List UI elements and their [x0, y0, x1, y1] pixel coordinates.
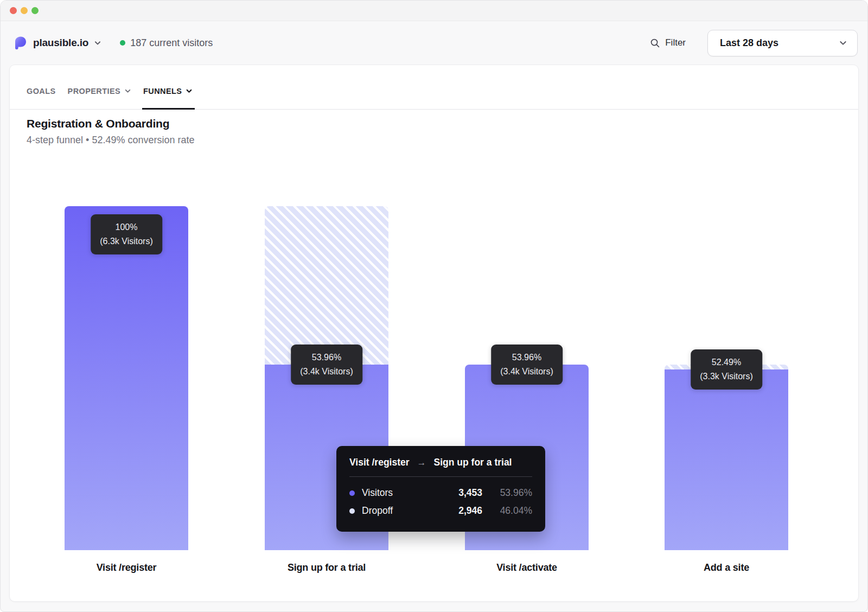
date-range-value: Last 28 days [720, 37, 778, 49]
plausible-logo-icon [14, 36, 28, 50]
dropoff-dot-icon [349, 508, 355, 514]
tab-label: FUNNELS [143, 87, 182, 95]
funnel-bar-add-site[interactable]: 52.49% (3.3k Visitors) Add a site [665, 206, 788, 550]
step-label: Visit /activate [465, 562, 589, 573]
bar-badge: 53.96% (3.4k Visitors) [491, 345, 563, 385]
tooltip-row-value: 2,946 [439, 505, 482, 517]
breakdown-tabs: GOALS PROPERTIES FUNNELS [10, 65, 858, 110]
app-header: plausible.io 187 current visitors Filter… [1, 21, 867, 65]
tooltip-row-value: 3,453 [439, 487, 482, 499]
bar-gradient [65, 206, 188, 550]
filter-label: Filter [665, 37, 686, 48]
tooltip-row-label: Dropoff [362, 505, 439, 517]
visitors-dot-icon [349, 490, 355, 496]
live-visitors-dot-icon [120, 40, 125, 46]
traffic-light-minimize[interactable] [21, 7, 28, 14]
badge-visitors: (3.4k Visitors) [500, 365, 553, 379]
current-visitors[interactable]: 187 current visitors [120, 37, 213, 49]
chevron-down-icon [186, 87, 193, 94]
step-label: Add a site [665, 562, 788, 573]
dashboard-card: GOALS PROPERTIES FUNNELS Registration & … [9, 65, 859, 602]
tooltip-to-step: Sign up for a trial [434, 457, 512, 468]
search-icon [650, 38, 660, 48]
site-switcher[interactable]: plausible.io [14, 36, 101, 50]
badge-visitors: (6.3k Visitors) [100, 234, 153, 248]
tab-goals[interactable]: GOALS [27, 73, 56, 109]
tab-properties[interactable]: PROPERTIES [68, 73, 131, 109]
tooltip-divider [349, 476, 532, 477]
bar-gradient [665, 369, 788, 550]
chevron-down-icon [839, 39, 847, 47]
badge-percent: 100% [100, 220, 153, 234]
badge-visitors: (3.4k Visitors) [300, 365, 353, 379]
funnel-title: Registration & Onboarding [27, 117, 195, 130]
tooltip-row-dropoff: Dropoff 2,946 46.04% [349, 502, 532, 520]
site-name: plausible.io [33, 37, 88, 49]
chevron-down-icon [94, 39, 101, 47]
traffic-light-zoom[interactable] [31, 7, 39, 14]
tab-funnels[interactable]: FUNNELS [143, 73, 193, 109]
tooltip-from-step: Visit /register [349, 457, 410, 468]
tooltip-row-percent: 53.96% [482, 487, 532, 499]
arrow-right-icon: → [417, 457, 426, 468]
funnel-chart: 100% (6.3k Visitors) Visit /register 53.… [10, 206, 858, 597]
app-window: plausible.io 187 current visitors Filter… [0, 0, 868, 612]
badge-visitors: (3.3k Visitors) [700, 369, 753, 384]
macos-title-bar [1, 1, 867, 21]
traffic-light-close[interactable] [10, 7, 17, 14]
bar-badge: 53.96% (3.4k Visitors) [291, 345, 362, 385]
chevron-down-icon [124, 87, 131, 94]
funnel-header: Registration & Onboarding 4-step funnel … [27, 117, 195, 146]
tab-label: PROPERTIES [68, 87, 120, 95]
step-label: Sign up for a trial [265, 562, 388, 573]
bar-solid [665, 369, 788, 550]
step-label: Visit /register [65, 562, 188, 573]
tooltip-row-percent: 46.04% [482, 505, 532, 517]
bar-badge: 52.49% (3.3k Visitors) [691, 349, 762, 390]
funnel-bar-visit-register[interactable]: 100% (6.3k Visitors) Visit /register [65, 206, 188, 550]
tooltip-row-label: Visitors [362, 487, 439, 499]
badge-percent: 53.96% [300, 350, 353, 365]
filter-button[interactable]: Filter [650, 37, 686, 48]
funnel-tooltip: Visit /register → Sign up for a trial Vi… [336, 446, 545, 532]
funnel-subtitle: 4-step funnel • 52.49% conversion rate [27, 135, 195, 146]
current-visitors-label: 187 current visitors [130, 37, 213, 49]
tab-label: GOALS [27, 87, 56, 95]
badge-percent: 52.49% [700, 355, 753, 369]
bar-dropoff-hatch [265, 206, 388, 365]
tooltip-row-visitors: Visitors 3,453 53.96% [349, 484, 532, 502]
date-range-select[interactable]: Last 28 days [707, 30, 858, 56]
bar-badge: 100% (6.3k Visitors) [91, 214, 162, 254]
badge-percent: 53.96% [500, 350, 553, 365]
bar-solid [65, 206, 188, 550]
